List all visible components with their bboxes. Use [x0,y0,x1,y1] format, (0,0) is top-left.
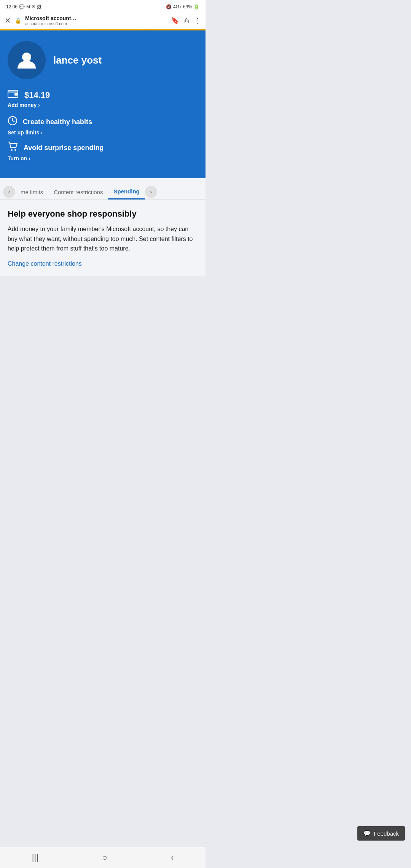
feature-title-row-1: Create healthy habits [8,116,198,128]
svg-rect-3 [14,93,18,96]
content-body: Add money to your family member's Micros… [8,224,198,254]
avoid-spending-title: Avoid surprise spending [24,144,104,152]
share-icon[interactable]: ⎙ [185,17,189,25]
status-right: 🔇 4G↕ 69% 🔋 [166,4,199,10]
turn-on-chevron: › [29,155,30,161]
mute-icon: 🔇 [166,4,172,10]
balance-row: $14.19 [8,90,198,101]
add-money-link[interactable]: Add money › [8,102,198,108]
feature-avoid-spending: Avoid surprise spending Turn on › [8,142,198,161]
message-icon: 💬 [19,4,25,10]
status-left: 12:06 💬 M ✉ 🖼 [6,4,41,10]
browser-icons: 🔖 ⎙ ⋮ [171,16,201,25]
feature-healthy-habits: Create healthy habits Set up limits › [8,116,198,136]
tab-prev-button[interactable]: ‹ [3,186,15,198]
mail-icon: M [26,4,30,10]
tabs-row: ‹ me limits Content restrictions Spendin… [0,184,206,200]
profile-header: lance yost $14.19 Add money › [0,30,206,178]
tab-time-limits[interactable]: me limits [15,185,48,199]
set-up-limits-link[interactable]: Set up limits › [8,129,198,136]
more-icon[interactable]: ⋮ [194,16,201,25]
cart-icon [8,142,18,154]
wallet-icon [8,90,18,101]
gmail-icon: ✉ [32,4,35,10]
browser-bar: ✕ 🔒 Microsoft account… account.microsoft… [0,12,206,29]
add-money-label: Add money [8,102,37,108]
tab-next-button[interactable]: › [145,186,157,198]
set-up-limits-chevron: › [41,129,43,136]
balance-amount: $14.19 [24,90,50,100]
bookmark-icon[interactable]: 🔖 [171,16,179,25]
battery-display: 69% [183,4,192,10]
profile-name: lance yost [53,54,102,66]
add-money-chevron: › [38,102,40,108]
url-text: account.microsoft.com [25,21,167,26]
avatar-svg [15,49,38,72]
url-area[interactable]: Microsoft account… account.microsoft.com [25,15,167,26]
feature-title-row-2: Avoid surprise spending [8,142,198,154]
clock-icon [8,116,18,128]
avatar [8,41,46,79]
svg-rect-2 [8,90,18,92]
signal-icon: 4G↕ [173,4,182,10]
tab-spending[interactable]: Spending [108,184,145,199]
tab-section: ‹ me limits Content restrictions Spendin… [0,178,206,200]
change-content-restrictions-link[interactable]: Change content restrictions [8,260,82,267]
status-bar: 12:06 💬 M ✉ 🖼 🔇 4G↕ 69% 🔋 [0,0,206,12]
turn-on-link[interactable]: Turn on › [8,155,198,161]
healthy-habits-title: Create healthy habits [23,118,92,126]
time-display: 12:06 [6,4,18,10]
svg-point-9 [14,149,16,151]
tab-content-restrictions[interactable]: Content restrictions [48,185,108,199]
page-title: Microsoft account… [25,15,167,21]
photo-icon: 🖼 [37,4,41,10]
set-up-limits-label: Set up limits [8,129,39,136]
battery-icon: 🔋 [194,4,199,10]
svg-point-0 [22,53,31,62]
turn-on-label: Turn on [8,155,27,161]
svg-point-8 [11,149,13,151]
close-button[interactable]: ✕ [5,17,11,24]
content-heading: Help everyone shop responsibly [8,209,198,219]
content-section: Help everyone shop responsibly Add money… [0,200,206,276]
profile-top: lance yost [8,41,198,79]
svg-line-6 [13,121,14,122]
lock-icon: 🔒 [15,18,21,24]
